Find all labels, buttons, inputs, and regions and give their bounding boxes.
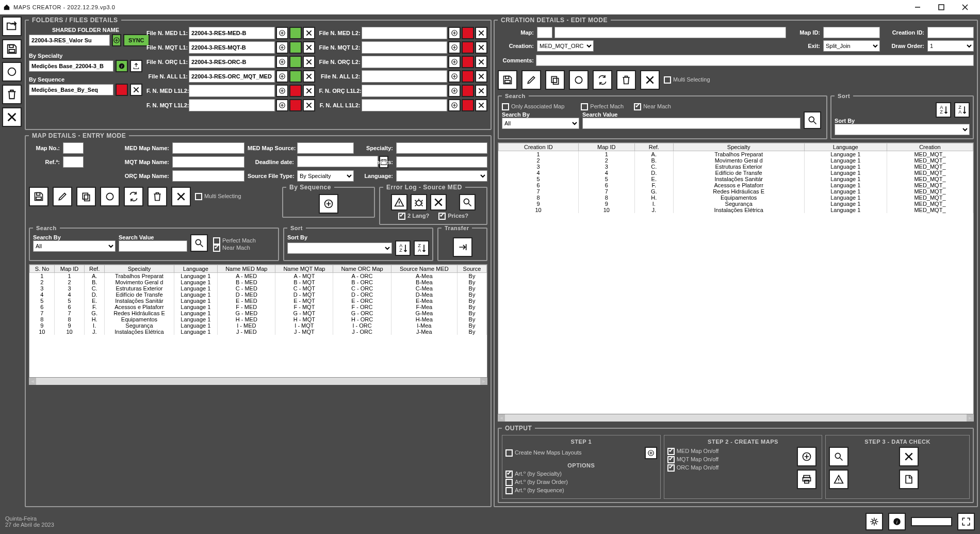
footer-fullscreen-button[interactable] [957,513,975,530]
table-row[interactable]: 55E.Instalações SanitárLanguage 1E - MED… [30,298,487,304]
table-row[interactable]: 66F.Acessos e PlataforrLanguage 1F - MED… [30,304,487,310]
column-header[interactable]: Map ID [55,265,85,273]
table-row[interactable]: 33C.Estruturas ExteriorLanguage 1MED_MQT… [499,164,973,170]
table-row[interactable]: 66F.Acessos e PlataforrLanguage 1MED_MQT… [499,182,973,188]
mapdetails-hscroll[interactable]: ◄► [29,378,487,385]
table-row[interactable]: 99I.SegurançaLanguage 1MED_MQT_ [499,201,973,207]
c-search-button[interactable] [804,111,821,129]
column-header[interactable]: Name MED Map [218,265,275,273]
m-edit-button[interactable] [53,187,72,206]
file-x-button[interactable] [303,27,315,39]
step2-add-button[interactable] [797,447,816,466]
c-searchby-select[interactable]: All [502,118,579,129]
c-trash-button[interactable] [616,70,636,90]
step3-doc-button[interactable] [899,470,919,489]
err-search-button[interactable] [459,194,476,211]
file-add-button[interactable] [448,27,461,39]
footer-settings-button[interactable] [865,513,883,530]
table-row[interactable]: 1010J.Instalações ElétricaLanguage 1MED_… [499,207,973,213]
file-x-button[interactable] [303,41,315,54]
table-row[interactable]: 77G.Redes Hidráulicas ELanguage 1MED_MQT… [499,188,973,195]
creation-table[interactable]: Creation IDMap IDRef.SpecialtyLanguageCr… [498,142,974,414]
file-add-button[interactable] [276,27,288,39]
comments-input[interactable] [396,156,487,168]
column-header[interactable]: Specialty [105,265,174,273]
sequence-x-button[interactable] [130,84,142,96]
table-row[interactable]: 11A.Trabalhos PreparatLanguage 1A - MEDA… [30,273,487,280]
c-x-button[interactable] [640,70,660,90]
c-perfect-mach[interactable]: Perfect Mach [581,103,624,110]
file-status-button[interactable] [462,85,474,97]
m-trash-button[interactable] [148,187,167,206]
window-maximize[interactable] [929,0,953,14]
art-draw-check[interactable]: Art.º (by Draw Order) [505,479,568,486]
specialty-info-button[interactable] [116,60,128,72]
file-x-button[interactable] [475,27,487,39]
c-cycle-button[interactable] [593,70,612,90]
table-row[interactable]: 88H.EquipamentosLanguage 1H - MEDH - MQT… [30,316,487,322]
table-row[interactable]: 44D.Edifício de TransfeLanguage 1MED_MQT… [499,170,973,176]
m-cycle-button[interactable] [124,187,143,206]
file-x-button[interactable] [303,56,315,68]
file-status-button[interactable] [289,70,302,83]
save-button[interactable] [2,39,22,59]
step1-add-button[interactable] [645,447,657,459]
file-x-button[interactable] [303,85,315,97]
err-warn-button[interactable] [391,194,407,211]
file-input[interactable] [362,41,448,54]
file-add-button[interactable] [448,41,461,54]
file-x-button[interactable] [475,99,487,111]
m-multi-selecting[interactable]: Multi Selecting [195,193,241,200]
column-header[interactable]: Creation [887,143,973,151]
table-row[interactable]: 1010J.Instalações ElétricaLanguage 1J - … [30,329,487,335]
file-x-button[interactable] [475,70,487,83]
column-header[interactable]: Name ORC Map [333,265,391,273]
create-new-check[interactable]: Create New Maps Layouts [505,449,582,457]
med-on-check[interactable]: MED Map On/off [667,448,719,455]
column-header[interactable]: Source [457,265,486,273]
table-row[interactable]: 44D.Edifício de TransfeLanguage 1D - MED… [30,292,487,298]
m-sortby-select[interactable] [287,242,392,254]
file-input[interactable] [362,27,448,39]
file-status-button[interactable] [462,27,474,39]
shared-add-button[interactable] [112,34,121,46]
draworder-select[interactable]: 1 [927,40,974,52]
orc-on-check[interactable]: ORC Map On/off [667,464,719,472]
file-x-button[interactable] [475,56,487,68]
table-row[interactable]: 33C.Estruturas ExteriorLanguage 1C - MED… [30,285,487,292]
file-status-button[interactable] [462,41,474,54]
c-sortby-select[interactable] [835,124,970,135]
file-status-button[interactable] [289,41,302,54]
table-row[interactable]: 55E.Instalações SanitárLanguage 1MED_MQT… [499,176,973,182]
window-close[interactable] [953,0,977,14]
file-x-button[interactable] [475,85,487,97]
medsource-input[interactable] [297,142,354,154]
file-add-button[interactable] [448,56,461,68]
m-sort-az-button[interactable] [395,240,411,256]
table-row[interactable]: 22B.Movimento Geral dLanguage 1MED_MQT_ [499,157,973,164]
column-header[interactable]: Name MQT Map [275,265,333,273]
m-search-button[interactable] [190,234,208,252]
file-input[interactable] [189,27,275,39]
file-input[interactable] [362,85,448,97]
column-header[interactable]: Language [804,143,887,151]
shared-folder-input[interactable] [29,35,110,46]
c-multi-selecting[interactable]: Multi Selecting [664,76,710,84]
c-only-assoc[interactable]: Only Associated Map [502,103,564,110]
file-input[interactable] [362,56,448,68]
step3-warn-button[interactable] [829,470,848,489]
column-header[interactable]: Creation ID [499,143,579,151]
file-add-button[interactable] [448,85,461,97]
exit-select[interactable]: Split_Join [823,40,880,52]
m-save-button[interactable] [29,187,48,206]
c-near-mach[interactable]: Near Mach [634,103,671,110]
m-sort-za-button[interactable] [414,240,429,256]
art-spec-check[interactable]: Art.º (by Specialty) [505,471,562,478]
table-row[interactable]: 22B.Movimento Geral dLanguage 1B - MEDB … [30,279,487,285]
specialty-upload-button[interactable] [130,60,142,72]
footer-info-button[interactable] [888,513,906,530]
file-status-button[interactable] [289,56,302,68]
m-x-button[interactable] [171,187,191,206]
file-status-button[interactable] [462,99,474,111]
sourceft-select[interactable]: By Specialty [297,170,354,182]
